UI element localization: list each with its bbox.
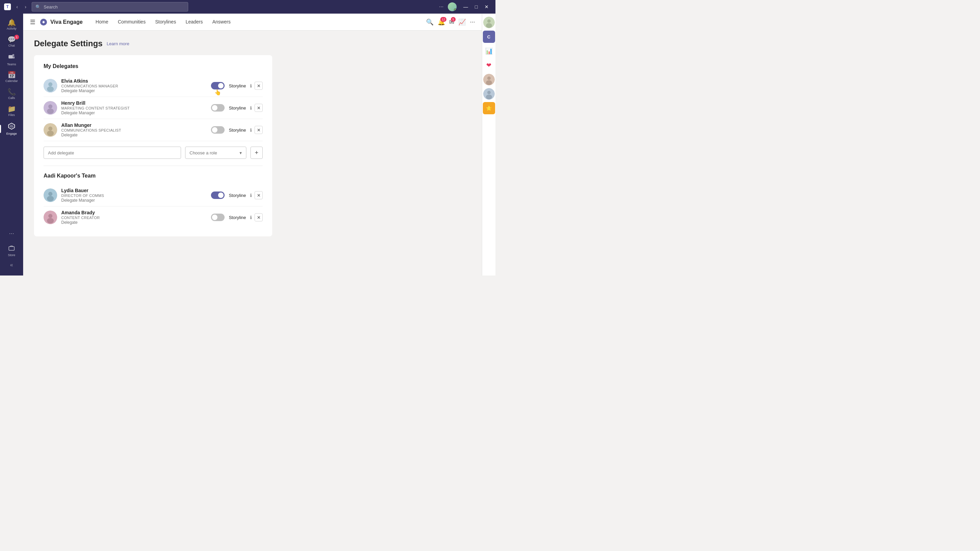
choose-role-dropdown[interactable]: Choose a role ▾ bbox=[185, 147, 247, 159]
titlebar-more[interactable]: ··· bbox=[439, 4, 443, 10]
close-button[interactable]: ✕ bbox=[482, 4, 492, 10]
search-button[interactable]: 🔍 bbox=[426, 18, 434, 26]
sidebar-item-calendar[interactable]: 📅 Calendar bbox=[2, 69, 22, 86]
maximize-button[interactable]: □ bbox=[472, 4, 480, 10]
rp-star[interactable]: ⭐ bbox=[483, 102, 495, 114]
rp-avatar-main[interactable] bbox=[483, 16, 495, 29]
rp-avatar2[interactable] bbox=[483, 73, 495, 86]
add-delegate-row: Choose a role ▾ + bbox=[43, 147, 263, 159]
delegate-row-elvia: Elvia Atkins COMMUNICATIONS MANAGER Dele… bbox=[43, 75, 263, 97]
delegate-controls-henry: Storyline ℹ ✕ bbox=[211, 104, 263, 112]
avatar-amanda bbox=[43, 211, 57, 224]
sidebar-item-teams[interactable]: Teams bbox=[2, 50, 22, 69]
remove-button-allan[interactable]: ✕ bbox=[255, 126, 263, 134]
app-body: 🔔 Activity 💬 Chat 1 Teams 📅 Calendar 📞 bbox=[0, 14, 495, 275]
sidebar-more-btn[interactable]: ··· bbox=[2, 226, 22, 241]
rp-analytics[interactable]: 📊 bbox=[483, 45, 495, 57]
sidebar-item-files[interactable]: 📁 Files bbox=[2, 103, 22, 120]
my-delegates-title: My Delegates bbox=[43, 63, 263, 69]
svg-marker-4 bbox=[10, 124, 14, 128]
rp-avatar3[interactable] bbox=[483, 88, 495, 100]
remove-button-lydia[interactable]: ✕ bbox=[255, 191, 263, 199]
svg-point-14 bbox=[48, 127, 52, 130]
sidebar-item-chat[interactable]: 💬 Chat 1 bbox=[2, 33, 22, 50]
avatar-lydia bbox=[43, 189, 57, 202]
delegate-controls-elvia: 👆 Storyline ℹ ✕ bbox=[211, 82, 263, 90]
learn-more-link[interactable]: Learn more bbox=[107, 41, 129, 46]
delegate-name-elvia: Elvia Atkins bbox=[61, 78, 211, 84]
topnav-links: Home Communities Storylines Leaders Answ… bbox=[91, 14, 235, 30]
delegate-name-henry: Henry Brill bbox=[61, 100, 211, 106]
titlebar-nav: ‹ › bbox=[14, 3, 29, 11]
cursor-pointer: 👆 bbox=[215, 89, 221, 95]
remove-button-henry[interactable]: ✕ bbox=[255, 104, 263, 112]
titlebar-right: ··· — □ ✕ bbox=[439, 2, 492, 11]
menu-button[interactable]: ☰ bbox=[30, 18, 35, 26]
nav-home[interactable]: Home bbox=[91, 14, 113, 30]
info-icon-elvia[interactable]: ℹ bbox=[250, 83, 252, 89]
nav-answers[interactable]: Answers bbox=[208, 14, 235, 30]
toggle-lydia[interactable] bbox=[211, 192, 224, 199]
delegate-name-allan: Allan Munger bbox=[61, 122, 211, 128]
info-icon-lydia[interactable]: ℹ bbox=[250, 193, 252, 198]
back-button[interactable]: ‹ bbox=[14, 3, 21, 11]
remove-button-elvia[interactable]: ✕ bbox=[255, 82, 263, 90]
store-icon bbox=[8, 244, 15, 252]
toggle-allan[interactable] bbox=[211, 126, 224, 134]
nav-storylines[interactable]: Storylines bbox=[150, 14, 181, 30]
remove-button-amanda[interactable]: ✕ bbox=[255, 213, 263, 221]
messages-button[interactable]: ✉ 5 bbox=[449, 18, 454, 26]
svg-rect-2 bbox=[12, 56, 14, 59]
messages-badge: 5 bbox=[451, 17, 456, 22]
sidebar-item-engage[interactable]: Engage bbox=[2, 120, 22, 138]
nav-communities[interactable]: Communities bbox=[113, 14, 150, 30]
svg-point-17 bbox=[48, 192, 52, 196]
topnav-more-button[interactable]: ··· bbox=[470, 18, 475, 25]
info-icon-allan[interactable]: ℹ bbox=[250, 127, 252, 133]
sidebar-item-calls[interactable]: 📞 Calls bbox=[2, 86, 22, 103]
avatar-allan bbox=[43, 123, 57, 137]
toggle-elvia[interactable] bbox=[211, 82, 224, 89]
info-icon-henry[interactable]: ℹ bbox=[250, 105, 252, 111]
toggle-amanda[interactable] bbox=[211, 214, 224, 221]
sidebar-label-activity: Activity bbox=[7, 27, 17, 30]
forward-button[interactable]: › bbox=[22, 3, 29, 11]
delegate-controls-amanda: Storyline ℹ ✕ bbox=[211, 213, 263, 221]
info-icon-amanda[interactable]: ℹ bbox=[250, 215, 252, 220]
notifications-badge: 12 bbox=[440, 17, 447, 22]
rp-copilot[interactable]: C bbox=[483, 30, 495, 43]
toggle-thumb-amanda bbox=[212, 214, 218, 220]
svg-rect-0 bbox=[8, 55, 13, 59]
sidebar-label-calls: Calls bbox=[8, 96, 15, 100]
rp-heart[interactable]: ❤ bbox=[483, 59, 495, 71]
svg-point-29 bbox=[487, 91, 491, 94]
sidebar-item-store[interactable]: Store bbox=[2, 241, 22, 260]
delegate-role-amanda: Delegate bbox=[61, 220, 211, 225]
brand-name: Viva Engage bbox=[50, 19, 83, 25]
activity-icon: 🔔 bbox=[8, 19, 16, 26]
avatar-henry bbox=[43, 101, 57, 114]
sidebar-item-activity[interactable]: 🔔 Activity bbox=[2, 16, 22, 33]
delegate-controls-allan: Storyline ℹ ✕ bbox=[211, 126, 263, 134]
delegate-name-amanda: Amanda Brady bbox=[61, 210, 211, 215]
engage-icon bbox=[8, 122, 15, 131]
user-avatar[interactable] bbox=[448, 2, 457, 11]
titlebar-search[interactable]: 🔍 Search bbox=[32, 2, 188, 11]
right-panel: C 📊 ❤ ⭐ bbox=[482, 14, 495, 275]
delegate-role-lydia: Delegate Manager bbox=[61, 198, 211, 203]
notifications-button[interactable]: 🔔 12 bbox=[438, 18, 445, 26]
teams-logo: T bbox=[4, 3, 11, 10]
search-placeholder: Search bbox=[43, 5, 57, 10]
toggle-henry[interactable] bbox=[211, 104, 224, 111]
nav-leaders[interactable]: Leaders bbox=[181, 14, 208, 30]
add-delegate-input[interactable] bbox=[43, 147, 181, 159]
storyline-label-henry: Storyline bbox=[229, 105, 246, 111]
avatar-elvia bbox=[43, 79, 57, 92]
minimize-button[interactable]: — bbox=[461, 4, 471, 10]
analytics-button[interactable]: 📈 bbox=[458, 18, 466, 26]
delegate-info-allan: Allan Munger COMMUNICATIONS SPECIALIST D… bbox=[61, 122, 211, 137]
add-delegate-button[interactable]: + bbox=[250, 147, 263, 159]
collapse-sidebar-btn[interactable]: « bbox=[10, 260, 13, 270]
main-content: Delegate Settings Learn more My Delegate… bbox=[23, 30, 482, 275]
svg-point-27 bbox=[486, 80, 492, 85]
